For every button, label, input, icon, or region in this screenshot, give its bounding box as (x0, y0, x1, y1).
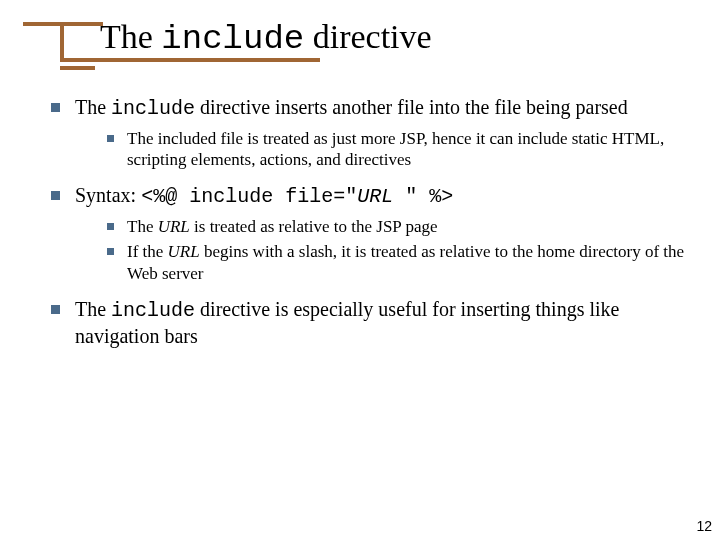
sub-bullet-item: The URL is treated as relative to the JS… (103, 216, 700, 238)
sub-bullet-item: If the URL begins with a slash, it is tr… (103, 241, 700, 285)
code-url-text: URL (357, 185, 393, 208)
bullet-text: The (75, 298, 111, 320)
bullet-text: The (127, 217, 158, 236)
slide-title: The include directive (100, 18, 432, 58)
slide-body: The include directive inserts another fi… (45, 95, 700, 361)
decor-line (60, 58, 320, 62)
bullet-item: Syntax: <%@ include file="URL " %> The U… (45, 183, 700, 285)
decor-line (60, 22, 64, 62)
code-text: " %> (393, 185, 453, 208)
bullet-text: If the (127, 242, 168, 261)
bullet-item: The include directive is especially usef… (45, 297, 700, 349)
page-number: 12 (696, 518, 712, 534)
code-text: include (111, 97, 195, 120)
code-text: include (111, 299, 195, 322)
sub-bullet-item: The included file is treated as just mor… (103, 128, 700, 172)
decor-line (60, 66, 95, 70)
slide: The include directive The include direct… (0, 0, 720, 540)
bullet-text: The (75, 96, 111, 118)
code-text: <%@ include file=" (141, 185, 357, 208)
bullet-text: The included file is treated as just mor… (127, 129, 664, 170)
bullet-text: begins with a slash, it is treated as re… (127, 242, 684, 283)
emphasis-text: URL (158, 217, 190, 236)
title-text-pre: The (100, 18, 161, 55)
title-text-post: directive (304, 18, 431, 55)
bullet-text: is treated as relative to the JSP page (190, 217, 438, 236)
bullet-text: directive inserts another file into the … (195, 96, 628, 118)
emphasis-text: URL (168, 242, 200, 261)
title-code: include (161, 20, 304, 58)
bullet-text: Syntax: (75, 184, 141, 206)
bullet-item: The include directive inserts another fi… (45, 95, 700, 171)
